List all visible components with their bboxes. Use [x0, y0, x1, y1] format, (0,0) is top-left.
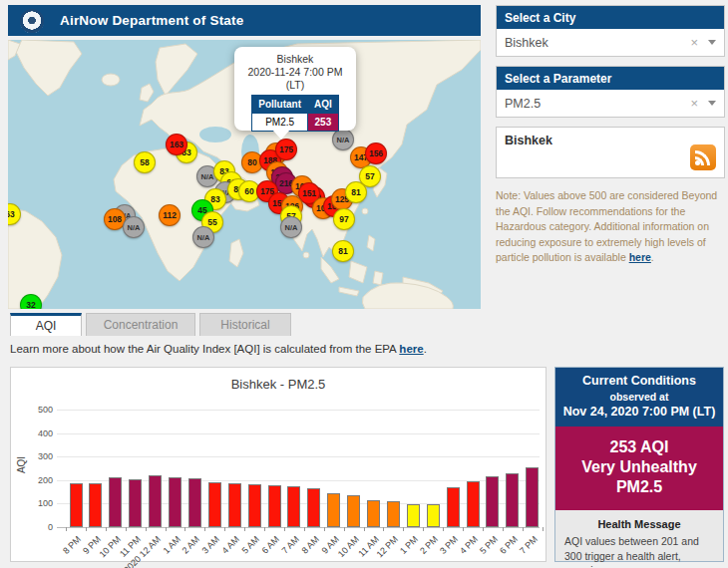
- chart-bar[interactable]: [307, 488, 320, 527]
- popup-col-pollutant: Pollutant: [252, 96, 308, 114]
- chart-bar[interactable]: [228, 483, 241, 527]
- map-marker[interactable]: 32: [20, 294, 42, 309]
- current-aqi-box: 253 AQI Very Unhealthy PM2.5: [555, 426, 723, 510]
- chart-bar[interactable]: [327, 493, 340, 527]
- map-marker[interactable]: N/A: [332, 129, 354, 150]
- current-conditions-header: Current Conditions observed at Nov 24, 2…: [555, 368, 723, 426]
- current-aqi-value: 253 AQI: [559, 437, 719, 457]
- chart-x-tick-mark: [423, 527, 424, 531]
- city-dropdown[interactable]: Bishkek ×: [497, 29, 724, 56]
- chart-x-tick-mark: [443, 527, 444, 531]
- map-marker[interactable]: N/A: [123, 216, 145, 238]
- chart-y-tick-label: 200: [25, 475, 53, 485]
- learn-more-here-link[interactable]: here: [399, 343, 423, 355]
- chart-y-tick-label: 0: [25, 522, 53, 532]
- chart-tabs: AQI Concentration Historical: [10, 313, 295, 336]
- popup-pointer: [272, 130, 290, 140]
- map-marker[interactable]: 97: [333, 208, 355, 230]
- chart-gridline: [57, 433, 540, 434]
- beyond-aqi-note: Note: Values above 500 are considered Be…: [496, 188, 726, 266]
- chart-x-tick-mark: [344, 527, 345, 531]
- parameter-dropdown-value: PM2.5: [505, 97, 690, 111]
- city-clear-icon[interactable]: ×: [690, 35, 698, 50]
- map-marker[interactable]: 81: [332, 240, 354, 262]
- current-aqi-category: Very Unhealthy: [559, 457, 719, 477]
- city-dropdown-value: Bishkek: [505, 36, 690, 50]
- chart-bar[interactable]: [427, 504, 440, 527]
- chart-x-tick-mark: [483, 527, 484, 531]
- tab-historical[interactable]: Historical: [199, 313, 291, 336]
- city-chevron-down-icon[interactable]: [708, 40, 716, 45]
- learn-more-suffix: .: [424, 343, 427, 355]
- chart-bar[interactable]: [486, 476, 499, 527]
- chart-x-tick-mark: [106, 527, 107, 531]
- chart-x-tick-mark: [86, 527, 87, 531]
- chart-bar[interactable]: [347, 495, 360, 527]
- chart-y-tick-label: 300: [25, 451, 53, 461]
- map-marker[interactable]: N/A: [280, 216, 302, 238]
- chart-bar[interactable]: [287, 486, 300, 527]
- chart-title: Bishkek - PM2.5: [11, 377, 546, 392]
- chart-bar[interactable]: [109, 477, 122, 527]
- note-text: Note: Values above 500 are considered Be…: [496, 189, 717, 263]
- chart-bar[interactable]: [70, 483, 83, 527]
- chart-bar[interactable]: [367, 500, 380, 527]
- aqi-bar-chart: Bishkek - PM2.5 AQI 01002003004005008 PM…: [10, 367, 546, 562]
- select-parameter-panel: Select a Parameter PM2.5 ×: [496, 66, 725, 118]
- map-marker[interactable]: 112: [159, 204, 181, 226]
- chart-bar[interactable]: [89, 483, 102, 527]
- parameter-chevron-down-icon[interactable]: [708, 101, 716, 106]
- health-message-body: AQI values between 201 and 300 trigger a…: [555, 534, 723, 568]
- parameter-dropdown[interactable]: PM2.5 ×: [497, 90, 724, 117]
- chart-x-tick-mark: [523, 527, 524, 531]
- chart-bar[interactable]: [506, 473, 519, 527]
- chart-x-tick-mark: [403, 527, 404, 531]
- map-marker[interactable]: 163: [166, 134, 187, 155]
- chart-bar[interactable]: [248, 484, 261, 527]
- map-popup: Bishkek 2020-11-24 7:00 PM (LT) Pollutan…: [234, 47, 356, 131]
- chart-bar[interactable]: [129, 479, 142, 527]
- note-here-link[interactable]: here: [629, 251, 651, 263]
- rss-icon[interactable]: [690, 144, 716, 170]
- chart-bar[interactable]: [188, 478, 201, 527]
- parameter-clear-icon[interactable]: ×: [690, 96, 698, 111]
- chart-x-tick-mark: [324, 527, 325, 531]
- current-conditions-title: Current Conditions: [559, 374, 719, 388]
- map-marker[interactable]: N/A: [192, 226, 214, 248]
- chart-bar[interactable]: [467, 481, 480, 527]
- map-marker[interactable]: 58: [134, 151, 156, 173]
- map-marker[interactable]: 81: [345, 181, 367, 203]
- world-map[interactable]: 5883163N/A8361N/A8360834555N/A112N/A108N…: [8, 40, 481, 309]
- popup-col-aqi: AQI: [308, 96, 339, 114]
- chart-x-tick-mark: [364, 527, 365, 531]
- chart-bar[interactable]: [169, 477, 182, 527]
- popup-pollutant-value: PM2.5: [252, 114, 308, 132]
- chart-bar[interactable]: [208, 482, 221, 527]
- chart-bar[interactable]: [447, 487, 460, 527]
- chart-x-tick-mark: [66, 527, 67, 531]
- popup-table: Pollutant AQI PM2.5 253: [251, 95, 339, 132]
- chart-x-tick-mark: [304, 527, 305, 531]
- learn-more-line: Learn more about how the Air Quality Ind…: [10, 343, 427, 355]
- select-city-header: Select a City: [497, 6, 724, 29]
- chart-x-axis: [57, 527, 540, 528]
- chart-x-tick-mark: [224, 527, 225, 531]
- city-feed-box[interactable]: Bishkek: [496, 127, 725, 178]
- select-city-panel: Select a City Bishkek ×: [496, 5, 725, 57]
- chart-bar[interactable]: [526, 467, 539, 527]
- map-marker[interactable]: 156: [365, 142, 387, 164]
- chart-bar[interactable]: [387, 501, 400, 527]
- chart-bar[interactable]: [268, 485, 281, 527]
- chart-bar[interactable]: [149, 475, 162, 527]
- chart-x-tick-mark: [126, 527, 127, 531]
- chart-x-tick-mark: [184, 527, 185, 531]
- popup-timezone: (LT): [234, 79, 356, 92]
- chart-bar[interactable]: [407, 504, 420, 527]
- app-header: AirNow Department of State: [8, 5, 481, 36]
- tab-concentration[interactable]: Concentration: [86, 313, 195, 336]
- chart-gridline: [57, 456, 540, 457]
- tab-aqi[interactable]: AQI: [10, 313, 82, 336]
- select-parameter-header: Select a Parameter: [497, 67, 724, 90]
- map-marker[interactable]: 175: [275, 139, 297, 160]
- chart-x-tick-mark: [264, 527, 265, 531]
